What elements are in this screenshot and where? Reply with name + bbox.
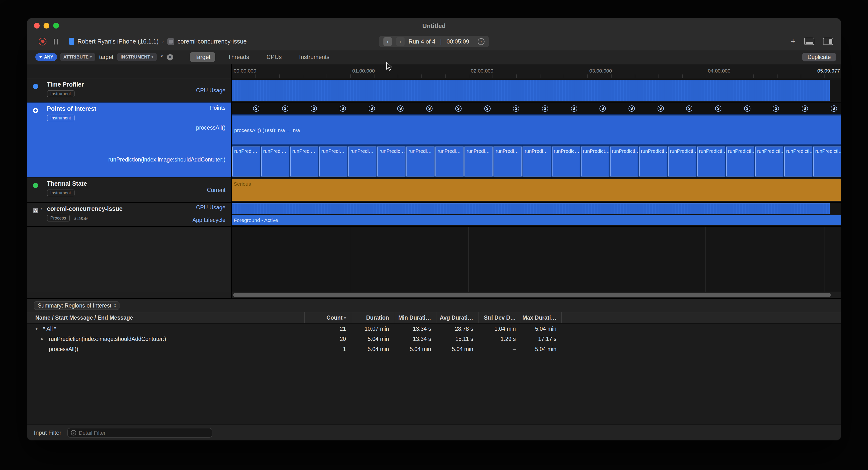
poi-sign-icon[interactable]: S (686, 105, 692, 111)
poi-sign-icon[interactable]: S (802, 105, 808, 111)
previous-run-button[interactable]: ‹ (383, 37, 392, 46)
poi-sign-icon[interactable]: S (311, 105, 317, 111)
device-name[interactable]: Robert Ryan's iPhone (16.1.1) (78, 38, 159, 45)
poi-processall-lane[interactable]: processAll() (Test): n/a → n/a (232, 114, 841, 145)
instrument-badge: Instrument (47, 190, 74, 196)
poi-sign-icon[interactable]: S (369, 105, 375, 111)
track-time-profiler[interactable]: Time Profiler Instrument CPU Usage (27, 78, 841, 102)
poi-sign-icon[interactable]: S (571, 105, 577, 111)
filter-attribute-dropdown[interactable]: ATTRIBUTE▾ (60, 53, 95, 61)
table-row[interactable]: ▸runPrediction(index:image:shouldAddCont… (27, 334, 841, 344)
runprediction-interval-bar[interactable]: runPredi… (348, 146, 376, 176)
next-run-button[interactable]: › (396, 37, 405, 46)
poi-sign-icon[interactable]: S (426, 105, 433, 111)
runprediction-interval-bar[interactable]: runPredi… (232, 146, 260, 176)
poi-sign-icon[interactable]: S (282, 105, 288, 111)
process-badge: Process (47, 215, 69, 222)
runprediction-interval-bar[interactable]: runPredic… (377, 146, 405, 176)
runprediction-interval-bar[interactable]: runPredicti… (610, 146, 638, 176)
record-button[interactable] (39, 37, 46, 45)
column-header-avg-duration[interactable]: Avg Durati… (436, 312, 478, 323)
clear-filter-icon[interactable]: × (167, 54, 173, 60)
runprediction-interval-bar[interactable]: runPredi… (319, 146, 347, 176)
runprediction-interval-bar[interactable]: runPredicti… (697, 146, 725, 176)
summary-popup-label: Summary: Regions of Interest (38, 302, 111, 308)
poi-sign-icon[interactable]: S (340, 105, 346, 111)
disclosure-chevron-icon[interactable]: › (41, 206, 42, 212)
view-tab[interactable]: CPUs (262, 52, 287, 62)
disclosure-icon[interactable]: ▸ (41, 336, 49, 341)
instruments-window: Untitled Robert Ryan's iPhone (16.1.1) ›… (27, 18, 841, 440)
cpu-usage-chart[interactable] (232, 80, 830, 101)
row-name: * All * (43, 326, 56, 332)
poi-sign-icon[interactable]: S (542, 105, 548, 111)
runprediction-interval-bar[interactable]: runPredi… (261, 146, 289, 176)
column-header-count[interactable]: Count▾ (304, 312, 351, 323)
poi-runprediction-lane[interactable]: runPredi…runPredi…runPredi…runPredi…runP… (232, 145, 841, 177)
view-tab[interactable]: Target (189, 52, 215, 62)
points-of-interest-icon (33, 108, 38, 113)
app-lifecycle-bar[interactable]: Foreground - Active (232, 215, 841, 225)
process-cpu-chart[interactable] (232, 203, 830, 214)
runprediction-interval-bar[interactable]: runPredicti… (668, 146, 696, 176)
column-header-duration[interactable]: Duration (351, 312, 394, 323)
poi-points-lane[interactable]: SSSSSSSSSSSSSSSSSSSSS (232, 102, 841, 114)
view-tab[interactable]: Threads (223, 52, 254, 62)
table-row[interactable]: ▾* All *2110.07 min13.34 s28.78 s1.04 mi… (27, 324, 841, 334)
time-ruler[interactable]: 00:00.00001:00.00002:00.00003:00.00004:0… (27, 64, 841, 78)
info-icon[interactable]: i (478, 38, 485, 45)
poi-sign-icon[interactable]: S (513, 105, 519, 111)
runprediction-interval-bar[interactable]: runPredi… (407, 146, 435, 176)
poi-sign-icon[interactable]: S (628, 105, 635, 111)
track-process[interactable]: A › coreml-concurrency-issue Process 319… (27, 203, 841, 227)
runprediction-interval-bar[interactable]: runPredi… (465, 146, 493, 176)
filter-instrument-dropdown[interactable]: INSTRUMENT▾ (117, 53, 157, 61)
disclosure-icon[interactable]: ▾ (35, 326, 43, 331)
runprediction-interval-bar[interactable]: runPredic… (552, 146, 580, 176)
poi-sign-icon[interactable]: S (484, 105, 490, 111)
column-header-min-duration[interactable]: Min Durati… (394, 312, 436, 323)
column-header-name[interactable]: Name / Start Message / End Message (27, 315, 304, 321)
target-app-name[interactable]: coreml-concurrency-issue (178, 38, 247, 45)
poi-sign-icon[interactable]: S (744, 105, 750, 111)
thermal-state-bar[interactable]: Serious (232, 179, 841, 201)
track-thermal-state[interactable]: Thermal State Instrument Current Serious (27, 177, 841, 203)
track-points-of-interest[interactable]: Points of Interest Instrument Points pro… (27, 102, 841, 177)
runprediction-interval-bar[interactable]: runPredi… (494, 146, 522, 176)
runprediction-interval-bar[interactable]: runPredicti… (639, 146, 667, 176)
toggle-bottom-panel-button[interactable] (804, 38, 814, 45)
toggle-right-panel-button[interactable] (823, 38, 833, 45)
column-header-std-dev[interactable]: Std Dev D… (478, 312, 521, 323)
runprediction-interval-bar[interactable]: runPredict… (581, 146, 609, 176)
poi-sign-icon[interactable]: S (253, 105, 259, 111)
table-row[interactable]: processAll()15.04 min5.04 min5.04 min–5.… (27, 344, 841, 354)
poi-sign-icon[interactable]: S (831, 105, 837, 111)
runprediction-interval-bar[interactable]: runPredicti… (726, 146, 754, 176)
runprediction-interval-bar[interactable]: runPredi… (523, 146, 551, 176)
runprediction-interval-bar[interactable]: runPredi… (436, 146, 464, 176)
scrollbar-thumb[interactable] (233, 293, 831, 297)
runprediction-interval-bar[interactable]: runPredicti… (755, 146, 783, 176)
add-instrument-button[interactable]: + (790, 37, 796, 45)
detail-filter-field[interactable] (67, 428, 212, 437)
detail-filter-input[interactable] (79, 430, 209, 435)
processall-interval-bar[interactable]: processAll() (Test): n/a → n/a (232, 115, 841, 144)
poi-sign-icon[interactable]: S (455, 105, 462, 111)
pause-button[interactable] (54, 38, 58, 44)
filter-any-pill[interactable]: ANY (35, 53, 57, 61)
duplicate-button[interactable]: Duplicate (802, 53, 836, 61)
view-tab[interactable]: Instruments (294, 52, 334, 62)
poi-sign-icon[interactable]: S (773, 105, 779, 111)
ruler-track[interactable]: 00:00.00001:00.00002:00.00003:00.00004:0… (232, 64, 841, 78)
poi-sign-icon[interactable]: S (657, 105, 663, 111)
runprediction-interval-bar[interactable]: runPredicti… (784, 146, 812, 176)
poi-sign-icon[interactable]: S (398, 105, 404, 111)
runprediction-interval-bar[interactable]: runPredicti… (813, 146, 841, 176)
poi-sign-icon[interactable]: S (715, 105, 721, 111)
column-header-max-duration[interactable]: Max Durati… (521, 312, 561, 323)
target-picker[interactable]: Robert Ryan's iPhone (16.1.1) › coreml-c… (69, 38, 247, 45)
filter-icon (70, 430, 76, 435)
summary-popup-button[interactable]: Summary: Regions of Interest ▴▾ (34, 301, 120, 310)
poi-sign-icon[interactable]: S (600, 105, 606, 111)
runprediction-interval-bar[interactable]: runPredi… (290, 146, 318, 176)
